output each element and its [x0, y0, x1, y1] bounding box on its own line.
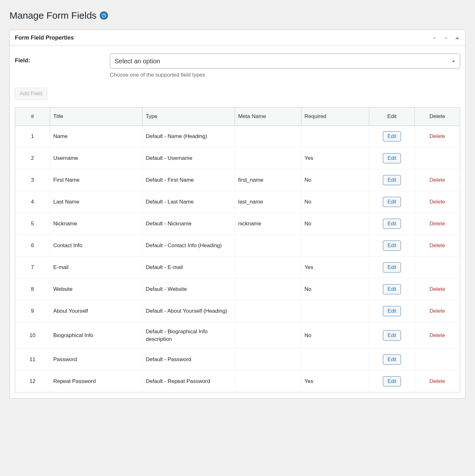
cell-num: 9 [15, 300, 50, 322]
cell-type: Default - Username [142, 147, 235, 169]
cell-delete: Delete [415, 169, 460, 191]
cell-meta [235, 125, 301, 147]
table-row: 11PasswordDefault - PasswordEdit [15, 349, 460, 371]
help-icon[interactable] [100, 11, 108, 20]
edit-button[interactable]: Edit [383, 354, 401, 365]
field-select-label: Field: [15, 53, 110, 65]
cell-required: Yes [301, 371, 369, 392]
edit-button[interactable]: Edit [383, 284, 401, 294]
select-placeholder: Select an option [115, 57, 160, 66]
cell-num: 12 [15, 371, 50, 392]
cell-type: Default - Password [142, 349, 235, 371]
chevron-down-icon[interactable] [443, 35, 449, 41]
chevron-up-icon[interactable] [432, 35, 437, 41]
edit-button[interactable]: Edit [383, 197, 401, 207]
edit-button[interactable]: Edit [383, 175, 401, 185]
th-title: Title [50, 107, 142, 125]
cell-type: Default - Last Name [142, 191, 235, 213]
table-row: 9About YourselfDefault - About Yourself … [15, 300, 460, 322]
th-num: # [15, 107, 50, 125]
cell-required: No [301, 191, 369, 213]
cell-meta [235, 147, 301, 169]
table-row: 5NicknameDefault - NicknamenicknameNoEdi… [15, 213, 460, 235]
panel-body: Field: Select an option Choose one of th… [10, 46, 465, 398]
cell-edit: Edit [369, 235, 415, 256]
edit-button[interactable]: Edit [383, 153, 401, 163]
cell-edit: Edit [369, 213, 415, 235]
collapse-triangle-icon[interactable] [454, 35, 460, 41]
cell-delete: Delete [415, 191, 460, 213]
delete-link[interactable]: Delete [429, 242, 445, 248]
th-meta: Meta Name [235, 107, 301, 125]
edit-button[interactable]: Edit [383, 131, 401, 141]
table-row: 3First NameDefault - First Namefirst_nam… [15, 169, 460, 191]
cell-num: 8 [15, 278, 50, 300]
cell-required: No [301, 169, 369, 191]
page-title: Manage Form Fields [10, 9, 466, 22]
add-field-button[interactable]: Add Field [15, 88, 47, 100]
delete-link[interactable]: Delete [429, 199, 445, 205]
field-helper-text: Choose one of the supported field types [110, 71, 460, 79]
cell-edit: Edit [369, 169, 415, 191]
cell-type: Default - Name (Heading) [142, 125, 235, 147]
cell-num: 11 [15, 349, 50, 371]
table-row: 8WebsiteDefault - WebsiteNoEditDelete [15, 278, 460, 300]
cell-title: Nickname [50, 213, 142, 235]
cell-required [301, 235, 369, 256]
cell-delete [415, 256, 460, 278]
cell-meta [235, 256, 301, 278]
cell-edit: Edit [369, 256, 415, 278]
cell-edit: Edit [369, 191, 415, 213]
cell-delete: Delete [415, 235, 460, 256]
delete-link[interactable]: Delete [429, 177, 445, 183]
cell-num: 6 [15, 235, 50, 256]
th-required: Required [301, 107, 369, 125]
table-row: 4Last NameDefault - Last Namelast_nameNo… [15, 191, 460, 213]
cell-edit: Edit [369, 125, 415, 147]
delete-link[interactable]: Delete [429, 332, 445, 338]
cell-meta [235, 235, 301, 256]
edit-button[interactable]: Edit [383, 330, 401, 341]
cell-edit: Edit [369, 322, 415, 349]
cell-meta [235, 371, 301, 392]
cell-title: Password [50, 349, 142, 371]
cell-edit: Edit [369, 300, 415, 322]
cell-required [301, 349, 369, 371]
dropdown-caret-icon [452, 57, 455, 66]
table-row: 2UsernameDefault - UsernameYesEdit [15, 147, 460, 169]
cell-delete [415, 147, 460, 169]
cell-edit: Edit [369, 371, 415, 392]
cell-type: Default - First Name [142, 169, 235, 191]
table-row: 10Biographical InfoDefault - Biographica… [15, 322, 460, 349]
cell-type: Default - About Yourself (Heading) [142, 300, 235, 322]
th-type: Type [142, 107, 235, 125]
delete-link[interactable]: Delete [429, 221, 445, 227]
cell-edit: Edit [369, 278, 415, 300]
panel-header: Form Field Properties [10, 30, 465, 46]
delete-link[interactable]: Delete [429, 133, 445, 139]
cell-num: 7 [15, 256, 50, 278]
field-type-select[interactable]: Select an option [110, 53, 460, 69]
cell-delete: Delete [415, 322, 460, 349]
fields-table: # Title Type Meta Name Required Edit Del… [15, 107, 460, 392]
delete-link[interactable]: Delete [429, 308, 445, 314]
cell-title: Website [50, 278, 142, 300]
page-title-text: Manage Form Fields [10, 9, 97, 22]
cell-title: Username [50, 147, 142, 169]
cell-meta [235, 278, 301, 300]
edit-button[interactable]: Edit [383, 376, 401, 386]
svg-marker-0 [455, 37, 459, 39]
field-select-row: Field: Select an option Choose one of th… [15, 53, 460, 79]
edit-button[interactable]: Edit [383, 306, 401, 316]
cell-num: 3 [15, 169, 50, 191]
delete-link[interactable]: Delete [429, 378, 445, 384]
edit-button[interactable]: Edit [383, 219, 401, 229]
edit-button[interactable]: Edit [383, 262, 401, 272]
cell-delete: Delete [415, 278, 460, 300]
panel-controls [432, 35, 460, 41]
cell-edit: Edit [369, 147, 415, 169]
delete-link[interactable]: Delete [429, 286, 445, 292]
cell-num: 5 [15, 213, 50, 235]
cell-required: Yes [301, 256, 369, 278]
edit-button[interactable]: Edit [383, 241, 401, 251]
